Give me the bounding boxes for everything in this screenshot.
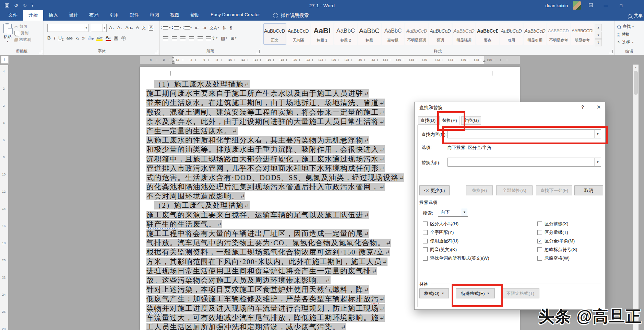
dialog-launcher-icon[interactable] (609, 50, 613, 53)
gallery-scroll-down-icon[interactable]: ▼ (595, 32, 602, 39)
tab-stop-selector[interactable]: L (1, 56, 9, 64)
checkbox-区分全/半角(M)[interactable]: ✓区分全/半角(M) (537, 238, 575, 244)
style-chip-无间隔[interactable]: AaBbCcDi无间隔 (287, 23, 310, 45)
dialog-button-<< 更少(L)[interactable]: << 更少(L) (419, 185, 450, 195)
phonetic-icon[interactable]: 文 (142, 26, 146, 30)
text-line[interactable]: 从施工废水的性质和化学组分来看，其主要污染物为无机悬浮物↵ (146, 136, 407, 145)
text-line[interactable]: （2）施工废气及处理措施↵ (146, 201, 407, 210)
left-indent-marker[interactable] (172, 62, 175, 64)
document-text[interactable]: （1）施工废水及处理措施↵施工期间废水主要来自于施工所产生余水以及由于施工人员进… (146, 80, 407, 330)
checkbox-使用通配符(U)[interactable]: 使用通配符(U) (423, 238, 458, 244)
ribbon-tab-开始[interactable]: 开始 (23, 10, 43, 21)
ribbon-tab-布局[interactable]: 布局 (84, 10, 104, 21)
highlight-icon[interactable]: ab▾ (96, 36, 102, 41)
dialog-button-取消[interactable]: 取消 (574, 185, 603, 195)
scrollbar-thumb[interactable] (634, 71, 638, 95)
replace-button[interactable]: abac替换 (617, 32, 644, 37)
font-size-combo[interactable]: ▾ (91, 24, 107, 32)
text-line[interactable]: 工人员生活区厕所加强冲洗和定期清淤，减少废气污染。↵ (146, 322, 407, 330)
number-list-icon[interactable]: ▾ (174, 26, 181, 30)
text-line[interactable]: （1）施工废水及处理措施↵ (146, 80, 407, 89)
checkbox-区分大小写(H)[interactable]: 区分大小写(H) (423, 221, 458, 227)
checkbox-查找单词的所有形式(英文)(W)[interactable]: 查找单词的所有形式(英文)(W) (423, 255, 489, 261)
dialog-button-查找下一处(F)[interactable]: 查找下一处(F) (536, 185, 572, 195)
gallery-scroll-up-icon[interactable]: ▲ (595, 24, 602, 31)
enclose-icon[interactable]: 字 (121, 36, 126, 41)
share-button[interactable]: 共享 (629, 13, 643, 19)
help-icon[interactable]: ? (581, 104, 584, 110)
style-chip-标题 1[interactable]: AaBI标题 1 (311, 23, 333, 45)
first-line-indent-marker[interactable] (171, 57, 175, 59)
checkbox-全字匹配(Y)[interactable]: 全字匹配(Y) (423, 229, 454, 236)
checkbox-区分后缀(T)[interactable]: 区分后缀(T) (537, 229, 568, 236)
account-name[interactable]: duan kaixin (545, 3, 568, 8)
ribbon-tab-帮助[interactable]: 帮助 (185, 10, 205, 21)
text-effects-icon[interactable]: A▾ (88, 36, 94, 41)
checkbox-忽略标点符号(S)[interactable]: 忽略标点符号(S) (537, 247, 577, 253)
align-right-icon[interactable] (180, 36, 186, 40)
text-line[interactable]: 施工工程中将会有大量的车辆进出厂址区，因而造成一定量的尾↵ (146, 229, 407, 238)
change-case-icon[interactable]: Aa▾ (125, 25, 133, 30)
style-chip-强调[interactable]: AaBbCcD强调 (429, 23, 452, 45)
asian-layout-icon[interactable]: 文A▾ (210, 26, 219, 30)
style-chip-要点[interactable]: AaBbCcD要点 (476, 23, 499, 45)
text-line[interactable]: 沉积箱中，且施工现场路面大部分进行硬化，施工废水通过现场污水↵ (146, 155, 407, 164)
justify-icon[interactable] (189, 36, 194, 40)
minimize-icon[interactable]: — (601, 3, 611, 8)
checkbox-区分前缀(X)[interactable]: 区分前缀(X) (537, 221, 568, 227)
格式刷-button[interactable]: 格式刷 (14, 37, 31, 42)
decrease-indent-icon[interactable]: ⇤ (195, 26, 199, 30)
bullet-list-icon[interactable]: ▾ (163, 26, 170, 30)
shrink-font-icon[interactable]: A (117, 25, 122, 30)
text-line[interactable]: 进驻现场日常生活使用卫生间和食堂炉灶将会产生一定量的废气排↵ (146, 266, 407, 276)
shading-icon[interactable]: ▨▾ (221, 36, 227, 41)
maximize-icon[interactable]: □ (616, 3, 626, 8)
text-line[interactable]: 产生一定量的生活废水。↵ (146, 126, 407, 136)
right-indent-marker[interactable] (482, 60, 486, 62)
scroll-up-icon[interactable]: ▲ (633, 65, 639, 70)
style-chip-标题 2[interactable]: AaBbC标题 2 (334, 23, 357, 45)
dialog-launcher-icon[interactable] (256, 50, 260, 53)
char-shading-icon[interactable]: A (114, 36, 118, 41)
close-icon[interactable]: ✕ (595, 104, 603, 110)
text-line[interactable]: 根据有关监测资料，一般施工现场氮氧化合物浓度可达到·150·微克/立↵ (146, 248, 407, 257)
checkbox-同音(英文)(K)[interactable]: 同音(英文)(K) (423, 247, 457, 253)
hanging-indent-marker[interactable] (171, 60, 175, 62)
ribbon-tab-视图[interactable]: 视图 (165, 10, 185, 21)
ribbon-tab-邮件[interactable]: 邮件 (124, 10, 144, 21)
subscript-icon[interactable]: x₂ (76, 36, 79, 40)
text-line[interactable]: 驻产生的生活废气。↵ (146, 220, 407, 229)
checkbox-忽略空格(W)[interactable]: 忽略空格(W) (537, 255, 570, 261)
align-center-icon[interactable] (172, 36, 177, 40)
style-chip-不明显参考[interactable]: AABBCCDI不明显参考 (547, 23, 570, 45)
text-line[interactable]: 敷设、混凝土调制、建筑安装等工程的实施，将会带来一定量的施工↵ (146, 108, 407, 117)
multilevel-list-icon[interactable]: ▾ (184, 26, 192, 30)
replace-with-input[interactable]: ▼ (448, 158, 601, 167)
text-line[interactable]: 的化粪池和隔油池处理后汇集到现场污水管道后排入市政污水管网，↵ (146, 182, 407, 192)
horizontal-ruler[interactable]: 4224681012141618202224262830323436384042… (140, 56, 520, 64)
select-button[interactable]: ↖选择▾ (617, 39, 644, 45)
style-chip-引用[interactable]: AaBbCcD引用 (500, 23, 523, 45)
borders-icon[interactable]: ⊞▾ (230, 36, 236, 41)
text-line[interactable]: 不会对周围环境造成影响。↵ (146, 192, 407, 201)
vertical-ruler[interactable]: 42246810121416182022242628 (0, 65, 9, 330)
text-line[interactable]: 车流量过大，可有效地减少汽车尾气排放，降低施工期环境影响。施↵ (146, 313, 407, 322)
style-chip-副标题[interactable]: AaBbC副标题 (382, 23, 404, 45)
style-chip-标题[interactable]: AaBbC标题 (358, 23, 381, 45)
dialog-launcher-icon[interactable] (155, 50, 158, 53)
text-line[interactable]: 放。这些污染物会对施工人员及周边环境带来影响。↵ (146, 276, 407, 285)
style-chip-正文[interactable]: AaBbCcDi正文 (263, 23, 286, 45)
font-name-combo[interactable]: ▾ (47, 24, 88, 32)
style-chip-明显引用[interactable]: AaBbCcD明显引用 (524, 23, 546, 45)
tell-me-search[interactable]: 操作说明搜索 (273, 12, 309, 21)
grow-font-icon[interactable]: A (109, 25, 114, 30)
ribbon-tab-引用[interactable]: 引用 (104, 10, 124, 21)
distribute-icon[interactable] (198, 36, 203, 40)
strikethrough-icon[interactable]: abc (67, 36, 73, 40)
increase-indent-icon[interactable]: ⇥ (202, 26, 206, 30)
dialog-button-全部替换(A)[interactable]: 全部替换(A) (496, 185, 533, 195)
underline-icon[interactable]: U▾ (58, 36, 63, 41)
chevron-down-icon[interactable]: ▼ (594, 158, 601, 166)
ribbon-tab-Easy Document Creator[interactable]: Easy Document Creator (205, 10, 265, 21)
font-color-icon[interactable]: A▾ (106, 35, 111, 41)
